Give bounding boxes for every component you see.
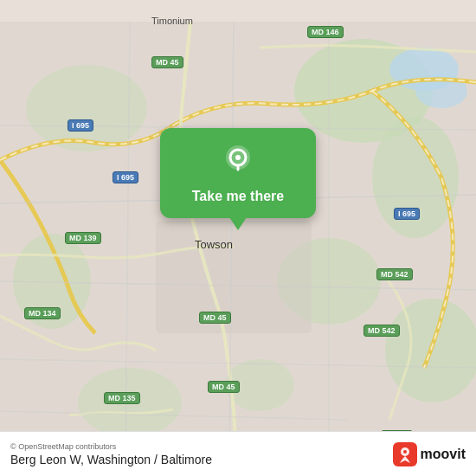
road-badge-i695-mid-left: I 695: [113, 171, 138, 183]
svg-rect-11: [156, 221, 312, 333]
road-badge-md45-bot: MD 45: [208, 381, 240, 393]
map-container: Timonium Towson I 695MD 45MD 146I 695I 6…: [0, 0, 476, 476]
road-badge-md134: MD 134: [24, 307, 61, 319]
road-badge-md135: MD 135: [104, 392, 140, 404]
road-badge-md542-bot: MD 542: [363, 325, 400, 337]
road-badge-md45-top: MD 45: [151, 56, 183, 68]
road-badge-i695-top-left: I 695: [68, 119, 93, 132]
location-name-text: Berg Leon W, Washington / Baltimore: [10, 453, 212, 466]
road-badge-i695-right: I 695: [394, 208, 420, 220]
moovit-logo: moovit: [393, 442, 466, 466]
svg-point-22: [235, 155, 241, 160]
attribution-text: © OpenStreetMap contributors: [10, 442, 212, 451]
take-me-there-button[interactable]: Take me there: [181, 189, 295, 204]
moovit-text: moovit: [421, 447, 466, 462]
bottom-bar: © OpenStreetMap contributors Berg Leon W…: [0, 431, 476, 476]
road-badge-md146: MD 146: [307, 26, 344, 38]
svg-point-25: [403, 450, 407, 453]
moovit-icon: [393, 442, 417, 466]
popup-card[interactable]: Take me there: [160, 128, 316, 218]
road-badge-md45-mid: MD 45: [199, 312, 231, 324]
location-pin-icon: [219, 142, 257, 180]
bottom-left-info: © OpenStreetMap contributors Berg Leon W…: [10, 442, 212, 466]
road-badge-md542-top: MD 542: [376, 268, 413, 280]
road-badge-md139: MD 139: [65, 232, 101, 244]
